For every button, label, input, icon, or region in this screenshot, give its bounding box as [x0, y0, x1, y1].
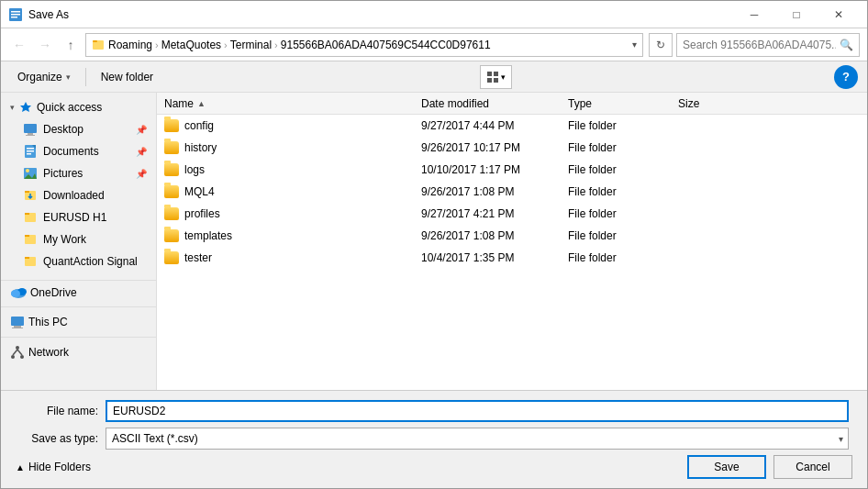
file-name-tester: tester: [164, 251, 421, 264]
folder-icon: [164, 163, 179, 176]
search-input[interactable]: [683, 39, 836, 51]
sidebar-section-quick-access[interactable]: ▾ Quick access: [1, 96, 156, 118]
cancel-label: Cancel: [796, 461, 829, 473]
forward-button[interactable]: →: [34, 34, 56, 56]
column-header-date[interactable]: Date modified: [421, 97, 568, 110]
col-type-label: Type: [568, 97, 592, 110]
svg-point-32: [11, 290, 20, 297]
file-name-label: logs: [184, 163, 205, 176]
svg-rect-5: [93, 40, 97, 42]
hide-folders-button[interactable]: ▲ Hide Folders: [16, 461, 91, 473]
sidebar-item-quantaction[interactable]: QuantAction Signal: [1, 250, 156, 272]
save-as-dialog: Save As ─ □ ✕ ← → ↑ Roaming › MetaQuotes…: [0, 0, 868, 489]
file-type-logs: File folder: [568, 163, 678, 176]
savetype-select[interactable]: ASCII Text (*.csv): [106, 428, 849, 450]
svg-rect-11: [24, 124, 37, 133]
file-type-mql4: File folder: [568, 185, 678, 198]
sidebar-item-eurusd[interactable]: EURUSD H1: [1, 206, 156, 228]
svg-point-20: [26, 169, 29, 172]
breadcrumb-terminal: Terminal: [230, 39, 272, 51]
svg-marker-10: [20, 102, 31, 112]
save-button[interactable]: Save: [687, 455, 766, 479]
svg-rect-29: [25, 257, 29, 259]
sidebar-thispc[interactable]: This PC: [1, 311, 156, 333]
table-row[interactable]: history 9/26/2017 10:17 PM File folder: [157, 137, 867, 159]
search-box[interactable]: 🔍: [676, 33, 860, 57]
sidebar-item-documents[interactable]: Documents 📌: [1, 140, 156, 162]
onedrive-icon: [10, 287, 27, 298]
table-row[interactable]: templates 9/26/2017 1:08 PM File folder: [157, 225, 867, 247]
svg-rect-33: [11, 317, 24, 326]
sidebar-downloaded-label: Downloaded: [43, 189, 105, 202]
table-row[interactable]: logs 10/10/2017 1:17 PM File folder: [157, 159, 867, 181]
breadcrumb-dropdown[interactable]: ▾: [632, 39, 637, 50]
new-folder-button[interactable]: New folder: [94, 65, 161, 89]
file-list-header: Name ▲ Date modified Type Size: [157, 93, 867, 115]
file-name-label: profiles: [184, 207, 220, 220]
refresh-button[interactable]: ↻: [649, 33, 673, 57]
up-button[interactable]: ↑: [60, 34, 82, 56]
sidebar-quick-access-label: Quick access: [37, 101, 102, 114]
breadcrumb-icon: [92, 39, 108, 51]
file-name-label: tester: [184, 251, 212, 264]
sidebar-desktop-label: Desktop: [43, 123, 83, 136]
sort-arrow: ▲: [197, 99, 206, 108]
cancel-button[interactable]: Cancel: [773, 455, 852, 479]
back-button[interactable]: ←: [8, 34, 30, 56]
svg-rect-34: [14, 326, 21, 328]
sidebar-thispc-label: This PC: [28, 316, 68, 328]
window-title: Save As: [28, 8, 733, 21]
quick-access-chevron: ▾: [10, 103, 15, 112]
svg-line-40: [17, 350, 22, 355]
table-row[interactable]: tester 10/4/2017 1:35 PM File folder: [157, 247, 867, 269]
file-date-templates: 9/26/2017 1:08 PM: [421, 229, 568, 242]
sidebar-divider2: [1, 306, 156, 307]
sidebar-divider1: [1, 280, 156, 281]
title-bar: Save As ─ □ ✕: [1, 1, 867, 28]
quick-access-icon: [18, 100, 33, 115]
filename-input[interactable]: [106, 400, 849, 422]
breadcrumb-id: 915566BA06ADA407569C544CC0D97611: [281, 39, 491, 51]
folder-icon: [164, 185, 179, 198]
eurusd-icon: [23, 210, 38, 225]
filename-row: File name:: [16, 400, 852, 422]
breadcrumb-bar[interactable]: Roaming › MetaQuotes › Terminal › 915566…: [85, 33, 643, 57]
pin-desktop-icon: 📌: [136, 125, 147, 135]
col-date-label: Date modified: [421, 97, 489, 110]
quantaction-icon: [23, 254, 38, 269]
sidebar-item-downloaded[interactable]: Downloaded: [1, 184, 156, 206]
organize-button[interactable]: Organize ▾: [10, 65, 78, 89]
view-button[interactable]: ▾: [480, 65, 512, 89]
table-row[interactable]: config 9/27/2017 4:44 PM File folder: [157, 115, 867, 137]
column-header-type[interactable]: Type: [568, 97, 678, 110]
button-row: ▲ Hide Folders Save Cancel: [16, 455, 852, 479]
sidebar-item-mywork[interactable]: My Work: [1, 228, 156, 250]
svg-rect-16: [27, 150, 34, 152]
table-row[interactable]: MQL4 9/26/2017 1:08 PM File folder: [157, 181, 867, 203]
downloaded-icon: [23, 188, 38, 203]
column-header-name[interactable]: Name ▲: [164, 97, 421, 110]
file-type-templates: File folder: [568, 229, 678, 242]
file-date-history: 9/26/2017 10:17 PM: [421, 141, 568, 154]
toolbar: Organize ▾ New folder ▾ ?: [1, 61, 867, 93]
view-chevron: ▾: [501, 72, 506, 82]
sidebar-network[interactable]: Network: [1, 341, 156, 363]
svg-rect-27: [25, 235, 29, 237]
sidebar-onedrive[interactable]: OneDrive: [1, 283, 156, 303]
svg-rect-23: [25, 191, 29, 193]
close-button[interactable]: ✕: [818, 1, 860, 28]
table-row[interactable]: profiles 9/27/2017 4:21 PM File folder: [157, 203, 867, 225]
svg-rect-17: [27, 153, 31, 155]
pictures-icon: [23, 166, 38, 181]
documents-icon: [23, 144, 38, 159]
new-folder-label: New folder: [101, 71, 153, 83]
column-header-size[interactable]: Size: [678, 97, 751, 110]
sidebar-mywork-label: My Work: [43, 233, 86, 246]
help-button[interactable]: ?: [834, 65, 858, 89]
sidebar-item-pictures[interactable]: Pictures 📌: [1, 162, 156, 184]
maximize-button[interactable]: □: [775, 1, 818, 28]
minimize-button[interactable]: ─: [733, 1, 775, 28]
file-type-tester: File folder: [568, 251, 678, 264]
folder-icon: [164, 207, 179, 220]
sidebar-item-desktop[interactable]: Desktop 📌: [1, 118, 156, 140]
